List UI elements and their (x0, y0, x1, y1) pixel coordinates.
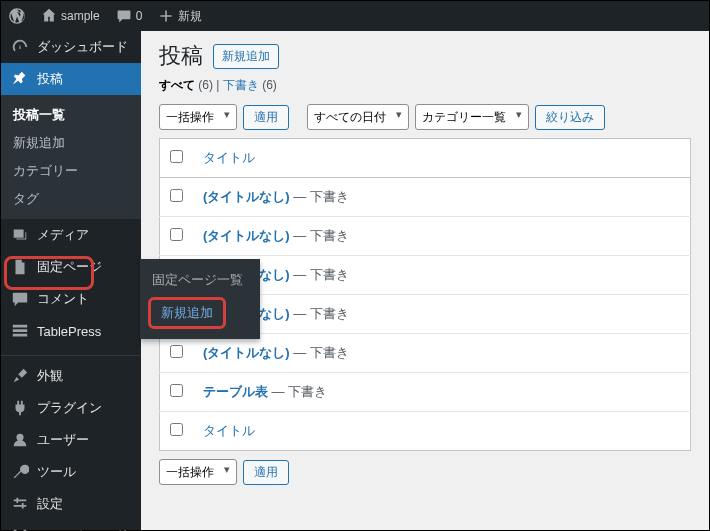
menu-pages-label: 固定ページ (37, 258, 102, 276)
plug-icon (11, 399, 29, 417)
table-row: (タイトルなし) — 下書き (160, 178, 691, 217)
menu-media-label: メディア (37, 226, 89, 244)
menu-appearance[interactable]: 外観 (1, 360, 141, 392)
site-name-text: sample (61, 9, 100, 23)
menu-comments-label: コメント (37, 290, 89, 308)
row-state: — 下書き (290, 189, 349, 204)
new-content-label: 新規 (178, 8, 202, 25)
apply-button-bottom[interactable]: 適用 (243, 460, 289, 485)
table-row: テーブル表 — 下書き (160, 373, 691, 412)
flyout-pages-list[interactable]: 固定ページ一覧 (140, 267, 260, 295)
comments-link[interactable]: 0 (108, 1, 151, 31)
menu-users[interactable]: ユーザー (1, 424, 141, 456)
row-state: — 下書き (290, 345, 349, 360)
row-title-link[interactable]: (タイトルなし) (203, 228, 290, 243)
menu-tablepress-label: TablePress (37, 324, 101, 339)
menu-posts[interactable]: 投稿 (1, 63, 141, 95)
page-title: 投稿 (159, 41, 203, 71)
plus-icon (158, 8, 174, 24)
view-draft-count: (6) (262, 78, 277, 92)
menu-shortcode[interactable]: ショートコード (1, 520, 141, 531)
row-title-link[interactable]: テーブル表 (203, 384, 268, 399)
view-draft[interactable]: 下書き (223, 78, 259, 92)
row-checkbox[interactable] (170, 384, 183, 397)
row-state: — 下書き (268, 384, 327, 399)
submenu-posts: 投稿一覧 新規追加 カテゴリー タグ (1, 95, 141, 219)
menu-shortcode-label: ショートコード (37, 527, 128, 531)
comment-icon (116, 8, 132, 24)
menu-dashboard-label: ダッシュボード (37, 38, 128, 56)
admin-sidebar: ダッシュボード 投稿 投稿一覧 新規追加 カテゴリー タグ メディア 固定ページ… (1, 31, 141, 530)
row-checkbox[interactable] (170, 345, 183, 358)
menu-tablepress[interactable]: TablePress (1, 315, 141, 347)
comments-count: 0 (136, 9, 143, 23)
home-icon (41, 8, 57, 24)
pin-icon (11, 70, 29, 88)
menu-users-label: ユーザー (37, 431, 89, 449)
wp-logo[interactable] (1, 1, 33, 31)
sliders-icon (11, 495, 29, 513)
menu-separator (1, 351, 141, 356)
admin-bar: sample 0 新規 (1, 1, 709, 31)
date-filter-select[interactable]: すべての日付 (307, 104, 409, 130)
table-row: (タイトルなし) — 下書き (160, 217, 691, 256)
view-all[interactable]: すべて (159, 78, 195, 92)
select-all-checkbox[interactable] (170, 150, 183, 163)
menu-posts-label: 投稿 (37, 70, 63, 88)
user-icon (11, 431, 29, 449)
bulk-action-select-bottom[interactable]: 一括操作 (159, 459, 237, 485)
menu-appearance-label: 外観 (37, 367, 63, 385)
row-title-link[interactable]: (タイトルなし) (203, 189, 290, 204)
col-title-foot[interactable]: タイトル (193, 412, 691, 451)
row-state: — 下書き (290, 306, 349, 321)
filter-button[interactable]: 絞り込み (535, 105, 605, 130)
brackets-icon (11, 527, 29, 531)
bulk-action-select[interactable]: 一括操作 (159, 104, 237, 130)
table-icon (11, 322, 29, 340)
menu-plugins[interactable]: プラグイン (1, 392, 141, 424)
menu-settings[interactable]: 設定 (1, 488, 141, 520)
submenu-posts-tag[interactable]: タグ (1, 185, 141, 213)
dashboard-icon (11, 38, 29, 56)
menu-plugins-label: プラグイン (37, 399, 102, 417)
row-checkbox[interactable] (170, 228, 183, 241)
menu-media[interactable]: メディア (1, 219, 141, 251)
comments-icon (11, 290, 29, 308)
category-filter-select[interactable]: カテゴリー一覧 (415, 104, 529, 130)
menu-dashboard[interactable]: ダッシュボード (1, 31, 141, 63)
row-title-link[interactable]: (タイトルなし) (203, 345, 290, 360)
view-all-count: (6) (198, 78, 213, 92)
apply-button[interactable]: 適用 (243, 105, 289, 130)
submenu-posts-cat[interactable]: カテゴリー (1, 157, 141, 185)
brush-icon (11, 367, 29, 385)
select-all-checkbox-bottom[interactable] (170, 423, 183, 436)
wordpress-icon (9, 8, 25, 24)
row-state: — 下書き (290, 267, 349, 282)
row-state: — 下書き (290, 228, 349, 243)
media-icon (11, 226, 29, 244)
views: すべて (6) | 下書き (6) (159, 77, 691, 94)
menu-settings-label: 設定 (37, 495, 63, 513)
menu-tools[interactable]: ツール (1, 456, 141, 488)
flyout-highlight: 新規追加 (148, 297, 226, 329)
site-name[interactable]: sample (33, 1, 108, 31)
table-row: (タイトルなし) — 下書き (160, 334, 691, 373)
wrench-icon (11, 463, 29, 481)
row-checkbox[interactable] (170, 189, 183, 202)
submenu-posts-add[interactable]: 新規追加 (1, 129, 141, 157)
page-icon (11, 258, 29, 276)
flyout-pages-add[interactable]: 新規追加 (161, 305, 213, 320)
add-new-button[interactable]: 新規追加 (213, 44, 279, 69)
menu-pages[interactable]: 固定ページ (1, 251, 141, 283)
menu-comments[interactable]: コメント (1, 283, 141, 315)
new-content[interactable]: 新規 (150, 1, 210, 31)
submenu-posts-list[interactable]: 投稿一覧 (1, 101, 141, 129)
menu-tools-label: ツール (37, 463, 76, 481)
flyout-pages: 固定ページ一覧 新規追加 (140, 259, 260, 339)
col-title[interactable]: タイトル (193, 139, 691, 178)
